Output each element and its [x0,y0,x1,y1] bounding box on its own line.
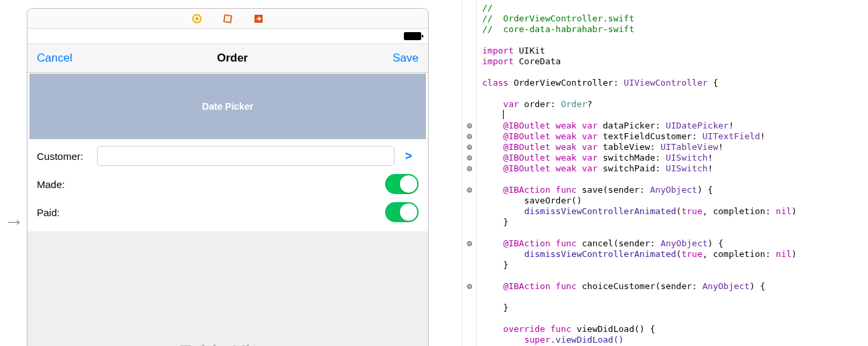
customer-row: Customer: > [27,139,428,170]
segue-arrow-icon: → [4,211,24,232]
date-picker-placeholder[interactable]: Date Picker [29,74,426,139]
editor-code[interactable]: // // OrderViewController.swift // core-… [477,0,797,346]
exit-icon[interactable] [253,13,264,24]
paid-label: Paid: [37,207,97,218]
paid-row: Paid: [27,198,428,226]
customer-label: Customer: [37,151,97,162]
made-switch[interactable] [385,174,419,194]
first-responder-icon[interactable] [222,13,233,24]
vc-icon[interactable] [192,13,202,24]
made-row: Made: [27,170,428,198]
choose-customer-button[interactable]: > [399,149,419,163]
svg-point-1 [196,17,199,20]
navigation-bar: Cancel Order Save [27,44,428,73]
scene-dock[interactable] [27,9,428,29]
source-editor[interactable]: // // OrderViewController.swift // core-… [462,0,868,346]
battery-icon [404,32,421,40]
cancel-button[interactable]: Cancel [37,52,72,65]
svg-rect-2 [224,15,231,22]
customer-field[interactable] [97,146,394,166]
made-label: Made: [37,179,97,190]
save-button[interactable]: Save [392,52,419,65]
status-bar [27,29,428,44]
device-canvas: Cancel Order Save Date Picker Customer: … [27,8,429,346]
table-view-placeholder[interactable]: Table View [27,232,428,346]
editor-gutter [462,0,477,346]
paid-switch[interactable] [385,202,419,222]
nav-title: Order [217,52,248,65]
interface-builder-pane: → Cancel Order Save Dat [0,0,462,346]
